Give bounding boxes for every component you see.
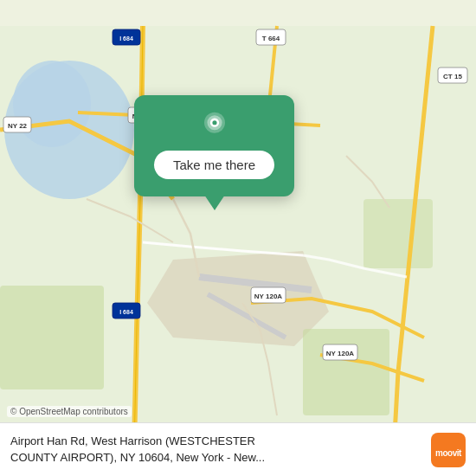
callout-card: Take me there — [134, 95, 294, 196]
svg-text:NY 22: NY 22 — [8, 122, 28, 130]
svg-text:I 684: I 684 — [119, 35, 133, 42]
svg-text:CT 15: CT 15 — [443, 73, 462, 80]
svg-rect-6 — [0, 286, 104, 389]
bottom-bar: Airport Han Rd, West Harrison (WESTCHEST… — [0, 422, 476, 476]
svg-rect-7 — [303, 329, 389, 415]
moovit-icon: moovit — [431, 433, 466, 467]
svg-point-2 — [13, 61, 91, 147]
svg-text:NY 120A: NY 120A — [326, 350, 355, 357]
svg-text:NY 120A: NY 120A — [254, 293, 283, 300]
svg-text:T 664: T 664 — [262, 35, 280, 42]
svg-text:I 684: I 684 — [119, 309, 133, 315]
svg-point-28 — [212, 120, 216, 125]
map-svg: NY 22 NY 120 I 684 NY 120A NY 120A CT 15… — [0, 0, 476, 476]
moovit-logo: moovit — [431, 433, 466, 467]
callout-tail — [204, 195, 225, 210]
address-block: Airport Han Rd, West Harrison (WESTCHEST… — [10, 434, 422, 465]
svg-text:moovit: moovit — [435, 448, 462, 458]
map-container: NY 22 NY 120 I 684 NY 120A NY 120A CT 15… — [0, 0, 476, 476]
address-text: Airport Han Rd, West Harrison (WESTCHEST… — [10, 434, 422, 465]
svg-rect-8 — [363, 199, 433, 268]
take-me-there-button[interactable]: Take me there — [154, 151, 274, 179]
map-attribution: © OpenStreetMap contributors — [7, 406, 132, 417]
location-pin-icon — [199, 111, 230, 142]
